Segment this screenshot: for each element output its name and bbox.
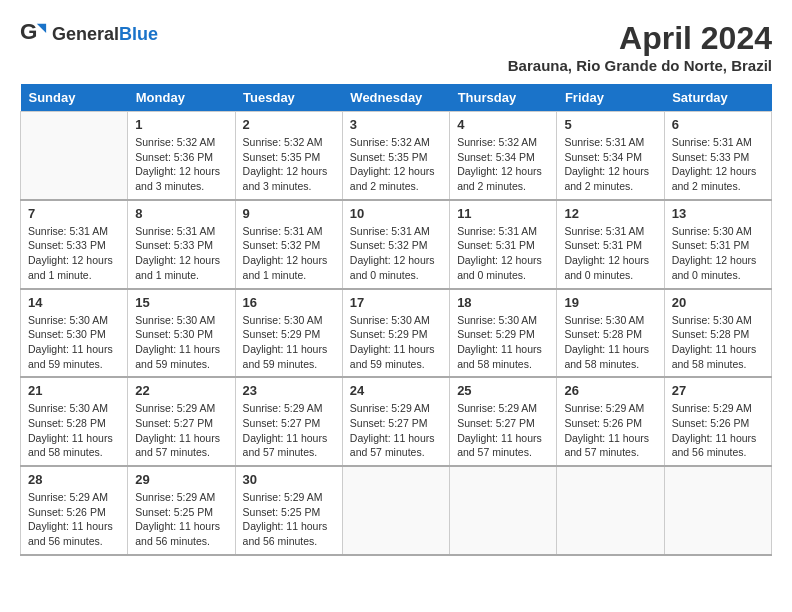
calendar-cell [21, 112, 128, 200]
weekday-header-thursday: Thursday [450, 84, 557, 112]
weekday-header-tuesday: Tuesday [235, 84, 342, 112]
calendar-cell: 22Sunrise: 5:29 AM Sunset: 5:27 PM Dayli… [128, 377, 235, 466]
calendar-cell: 30Sunrise: 5:29 AM Sunset: 5:25 PM Dayli… [235, 466, 342, 555]
day-number: 13 [672, 206, 764, 221]
day-info: Sunrise: 5:30 AM Sunset: 5:30 PM Dayligh… [135, 313, 227, 372]
day-number: 22 [135, 383, 227, 398]
calendar-week-row: 7Sunrise: 5:31 AM Sunset: 5:33 PM Daylig… [21, 200, 772, 289]
calendar-cell: 6Sunrise: 5:31 AM Sunset: 5:33 PM Daylig… [664, 112, 771, 200]
calendar-cell: 4Sunrise: 5:32 AM Sunset: 5:34 PM Daylig… [450, 112, 557, 200]
calendar-cell: 16Sunrise: 5:30 AM Sunset: 5:29 PM Dayli… [235, 289, 342, 378]
logo-icon: G [20, 20, 48, 48]
day-number: 28 [28, 472, 120, 487]
month-year-title: April 2024 [508, 20, 772, 57]
weekday-header-row: SundayMondayTuesdayWednesdayThursdayFrid… [21, 84, 772, 112]
calendar-week-row: 21Sunrise: 5:30 AM Sunset: 5:28 PM Dayli… [21, 377, 772, 466]
day-number: 17 [350, 295, 442, 310]
calendar-cell [450, 466, 557, 555]
day-number: 3 [350, 117, 442, 132]
day-number: 2 [243, 117, 335, 132]
weekday-header-sunday: Sunday [21, 84, 128, 112]
logo: G GeneralBlue [20, 20, 158, 48]
calendar-cell: 12Sunrise: 5:31 AM Sunset: 5:31 PM Dayli… [557, 200, 664, 289]
day-number: 6 [672, 117, 764, 132]
calendar-cell: 10Sunrise: 5:31 AM Sunset: 5:32 PM Dayli… [342, 200, 449, 289]
day-number: 20 [672, 295, 764, 310]
day-number: 1 [135, 117, 227, 132]
day-number: 23 [243, 383, 335, 398]
day-info: Sunrise: 5:29 AM Sunset: 5:27 PM Dayligh… [243, 401, 335, 460]
calendar-cell: 18Sunrise: 5:30 AM Sunset: 5:29 PM Dayli… [450, 289, 557, 378]
calendar-cell: 5Sunrise: 5:31 AM Sunset: 5:34 PM Daylig… [557, 112, 664, 200]
calendar-cell: 25Sunrise: 5:29 AM Sunset: 5:27 PM Dayli… [450, 377, 557, 466]
day-number: 18 [457, 295, 549, 310]
day-number: 9 [243, 206, 335, 221]
day-info: Sunrise: 5:30 AM Sunset: 5:28 PM Dayligh… [28, 401, 120, 460]
calendar-cell: 27Sunrise: 5:29 AM Sunset: 5:26 PM Dayli… [664, 377, 771, 466]
calendar-cell [342, 466, 449, 555]
day-number: 7 [28, 206, 120, 221]
svg-text:G: G [20, 20, 37, 44]
calendar-cell: 7Sunrise: 5:31 AM Sunset: 5:33 PM Daylig… [21, 200, 128, 289]
day-number: 26 [564, 383, 656, 398]
day-info: Sunrise: 5:30 AM Sunset: 5:28 PM Dayligh… [672, 313, 764, 372]
calendar-cell: 2Sunrise: 5:32 AM Sunset: 5:35 PM Daylig… [235, 112, 342, 200]
title-section: April 2024 Barauna, Rio Grande do Norte,… [508, 20, 772, 74]
day-info: Sunrise: 5:32 AM Sunset: 5:35 PM Dayligh… [350, 135, 442, 194]
day-info: Sunrise: 5:30 AM Sunset: 5:28 PM Dayligh… [564, 313, 656, 372]
calendar-cell: 11Sunrise: 5:31 AM Sunset: 5:31 PM Dayli… [450, 200, 557, 289]
day-number: 24 [350, 383, 442, 398]
day-number: 19 [564, 295, 656, 310]
day-number: 4 [457, 117, 549, 132]
day-info: Sunrise: 5:31 AM Sunset: 5:33 PM Dayligh… [672, 135, 764, 194]
calendar-cell: 15Sunrise: 5:30 AM Sunset: 5:30 PM Dayli… [128, 289, 235, 378]
day-info: Sunrise: 5:29 AM Sunset: 5:26 PM Dayligh… [672, 401, 764, 460]
calendar-cell: 23Sunrise: 5:29 AM Sunset: 5:27 PM Dayli… [235, 377, 342, 466]
logo-general: General [52, 24, 119, 44]
calendar-cell: 24Sunrise: 5:29 AM Sunset: 5:27 PM Dayli… [342, 377, 449, 466]
day-number: 30 [243, 472, 335, 487]
day-number: 29 [135, 472, 227, 487]
calendar-cell: 1Sunrise: 5:32 AM Sunset: 5:36 PM Daylig… [128, 112, 235, 200]
weekday-header-wednesday: Wednesday [342, 84, 449, 112]
day-info: Sunrise: 5:30 AM Sunset: 5:29 PM Dayligh… [457, 313, 549, 372]
day-number: 14 [28, 295, 120, 310]
day-info: Sunrise: 5:29 AM Sunset: 5:26 PM Dayligh… [564, 401, 656, 460]
day-info: Sunrise: 5:29 AM Sunset: 5:27 PM Dayligh… [350, 401, 442, 460]
calendar-cell [664, 466, 771, 555]
calendar-cell: 19Sunrise: 5:30 AM Sunset: 5:28 PM Dayli… [557, 289, 664, 378]
day-info: Sunrise: 5:31 AM Sunset: 5:32 PM Dayligh… [350, 224, 442, 283]
calendar-cell [557, 466, 664, 555]
day-info: Sunrise: 5:29 AM Sunset: 5:27 PM Dayligh… [135, 401, 227, 460]
weekday-header-saturday: Saturday [664, 84, 771, 112]
day-info: Sunrise: 5:29 AM Sunset: 5:26 PM Dayligh… [28, 490, 120, 549]
location-title: Barauna, Rio Grande do Norte, Brazil [508, 57, 772, 74]
day-info: Sunrise: 5:32 AM Sunset: 5:36 PM Dayligh… [135, 135, 227, 194]
calendar-cell: 29Sunrise: 5:29 AM Sunset: 5:25 PM Dayli… [128, 466, 235, 555]
day-number: 21 [28, 383, 120, 398]
day-info: Sunrise: 5:29 AM Sunset: 5:25 PM Dayligh… [135, 490, 227, 549]
day-number: 5 [564, 117, 656, 132]
day-info: Sunrise: 5:30 AM Sunset: 5:31 PM Dayligh… [672, 224, 764, 283]
calendar-week-row: 1Sunrise: 5:32 AM Sunset: 5:36 PM Daylig… [21, 112, 772, 200]
calendar-cell: 28Sunrise: 5:29 AM Sunset: 5:26 PM Dayli… [21, 466, 128, 555]
calendar-cell: 26Sunrise: 5:29 AM Sunset: 5:26 PM Dayli… [557, 377, 664, 466]
calendar-cell: 20Sunrise: 5:30 AM Sunset: 5:28 PM Dayli… [664, 289, 771, 378]
day-info: Sunrise: 5:31 AM Sunset: 5:32 PM Dayligh… [243, 224, 335, 283]
day-number: 10 [350, 206, 442, 221]
calendar-cell: 17Sunrise: 5:30 AM Sunset: 5:29 PM Dayli… [342, 289, 449, 378]
page-header: G GeneralBlue April 2024 Barauna, Rio Gr… [20, 20, 772, 74]
day-info: Sunrise: 5:31 AM Sunset: 5:33 PM Dayligh… [135, 224, 227, 283]
day-info: Sunrise: 5:32 AM Sunset: 5:34 PM Dayligh… [457, 135, 549, 194]
svg-marker-1 [37, 24, 46, 33]
calendar-cell: 9Sunrise: 5:31 AM Sunset: 5:32 PM Daylig… [235, 200, 342, 289]
weekday-header-friday: Friday [557, 84, 664, 112]
day-info: Sunrise: 5:30 AM Sunset: 5:30 PM Dayligh… [28, 313, 120, 372]
day-info: Sunrise: 5:31 AM Sunset: 5:34 PM Dayligh… [564, 135, 656, 194]
calendar-table: SundayMondayTuesdayWednesdayThursdayFrid… [20, 84, 772, 556]
day-info: Sunrise: 5:31 AM Sunset: 5:31 PM Dayligh… [457, 224, 549, 283]
calendar-cell: 8Sunrise: 5:31 AM Sunset: 5:33 PM Daylig… [128, 200, 235, 289]
calendar-week-row: 14Sunrise: 5:30 AM Sunset: 5:30 PM Dayli… [21, 289, 772, 378]
calendar-cell: 3Sunrise: 5:32 AM Sunset: 5:35 PM Daylig… [342, 112, 449, 200]
calendar-week-row: 28Sunrise: 5:29 AM Sunset: 5:26 PM Dayli… [21, 466, 772, 555]
